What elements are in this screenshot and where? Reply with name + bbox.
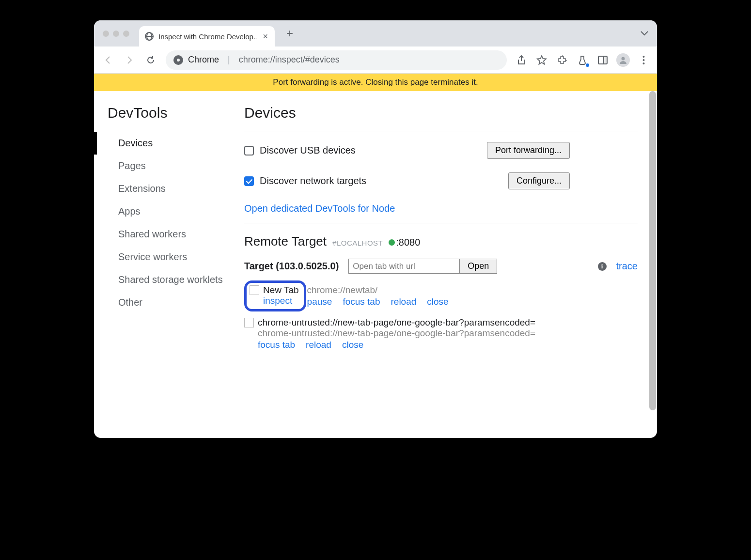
address-bar[interactable]: Chrome | chrome://inspect/#devices xyxy=(166,50,507,70)
sidebar-title: DevTools xyxy=(105,105,244,121)
discover-usb-text: Discover USB devices xyxy=(260,145,356,156)
svg-rect-1 xyxy=(604,56,607,64)
discover-usb-checkbox[interactable] xyxy=(244,146,254,156)
entry-url: chrome-untrusted://new-tab-page/one-goog… xyxy=(258,328,535,339)
remote-port: :8080 xyxy=(389,237,420,248)
chrome-icon xyxy=(173,55,183,65)
content: DevTools Devices Pages Extensions Apps S… xyxy=(94,91,657,438)
sidebar-item-pages[interactable]: Pages xyxy=(105,155,244,177)
target-row: Target (103.0.5025.0) Open i trace xyxy=(244,259,638,274)
tab-bar: Inspect with Chrome Develop… × + xyxy=(94,20,657,47)
close-link[interactable]: close xyxy=(427,296,448,307)
discover-network-label[interactable]: Discover network targets xyxy=(244,175,508,187)
svg-point-4 xyxy=(642,56,644,58)
sidebar: DevTools Devices Pages Extensions Apps S… xyxy=(94,91,244,438)
open-url-input[interactable] xyxy=(348,259,460,274)
sidebar-item-service-workers[interactable]: Service workers xyxy=(105,246,244,268)
divider xyxy=(244,223,638,223)
page-title: Devices xyxy=(244,105,638,121)
sidebar-item-shared-workers[interactable]: Shared workers xyxy=(105,223,244,246)
browser-tab[interactable]: Inspect with Chrome Develop… × xyxy=(139,26,275,47)
open-node-devtools-link[interactable]: Open dedicated DevTools for Node xyxy=(244,203,395,214)
port-forwarding-button[interactable]: Port forwarding... xyxy=(487,142,570,159)
profile-avatar[interactable] xyxy=(614,51,632,69)
entry-title: New Tab xyxy=(263,285,299,296)
target-entry-untrusted: chrome-untrusted://new-tab-page/one-goog… xyxy=(244,317,638,350)
page-icon xyxy=(244,318,254,327)
focus-tab-link[interactable]: focus tab xyxy=(258,340,295,350)
extensions-icon[interactable] xyxy=(553,51,571,69)
forward-button[interactable] xyxy=(120,51,139,69)
traffic-lights[interactable] xyxy=(103,31,129,37)
discover-network-checkbox[interactable] xyxy=(244,176,254,186)
entry-url: chrome://newtab/ xyxy=(307,285,378,295)
open-url-group: Open xyxy=(348,259,497,274)
info-icon[interactable]: i xyxy=(598,262,607,271)
url-path: chrome://inspect/#devices xyxy=(239,55,340,65)
target-entry-newtab: New Tab inspect chrome://newtab/ pause f… xyxy=(244,280,638,311)
url-origin: Chrome xyxy=(188,55,219,65)
remote-target-header: Remote Target #LOCALHOST :8080 xyxy=(244,234,638,249)
toolbar: Chrome | chrome://inspect/#devices xyxy=(94,47,657,74)
pause-link[interactable]: pause xyxy=(307,296,332,307)
discover-network-row: Discover network targets Configure... xyxy=(244,172,638,189)
trace-link[interactable]: trace xyxy=(616,261,638,272)
highlight-box: New Tab inspect xyxy=(244,280,306,311)
discover-usb-label[interactable]: Discover USB devices xyxy=(244,145,487,156)
svg-point-5 xyxy=(642,59,644,61)
port-forwarding-banner: Port forwarding is active. Closing this … xyxy=(94,74,657,91)
sidebar-item-devices[interactable]: Devices xyxy=(105,132,244,155)
focus-tab-link[interactable]: focus tab xyxy=(343,296,380,307)
url-separator: | xyxy=(228,55,230,65)
tab-dropdown-icon[interactable] xyxy=(636,28,653,39)
reload-link[interactable]: reload xyxy=(391,296,416,307)
sidebar-item-extensions[interactable]: Extensions xyxy=(105,177,244,200)
close-tab-icon[interactable]: × xyxy=(262,31,269,42)
bookmark-icon[interactable] xyxy=(533,51,550,69)
main-panel: Devices Discover USB devices Port forwar… xyxy=(244,91,657,438)
sidebar-item-apps[interactable]: Apps xyxy=(105,200,244,223)
reload-link[interactable]: reload xyxy=(306,340,331,350)
sidebar-item-other[interactable]: Other xyxy=(105,291,244,314)
reload-button[interactable] xyxy=(141,51,160,69)
browser-window: Inspect with Chrome Develop… × + Chrome … xyxy=(94,20,657,438)
minimize-window-icon[interactable] xyxy=(113,31,119,37)
scrollbar[interactable] xyxy=(649,91,656,438)
globe-icon xyxy=(145,32,154,41)
side-panel-icon[interactable] xyxy=(594,51,611,69)
inspect-link[interactable]: inspect xyxy=(263,296,292,306)
sidebar-item-shared-storage-worklets[interactable]: Shared storage worklets xyxy=(105,268,244,291)
status-dot-icon xyxy=(389,239,395,246)
remote-target-title: Remote Target xyxy=(244,234,327,249)
divider xyxy=(244,131,638,131)
share-icon[interactable] xyxy=(513,51,530,69)
open-url-button[interactable]: Open xyxy=(460,259,497,274)
svg-point-3 xyxy=(622,57,625,60)
back-button[interactable] xyxy=(99,51,117,69)
close-window-icon[interactable] xyxy=(103,31,109,37)
labs-icon[interactable] xyxy=(574,51,591,69)
page-icon xyxy=(250,285,259,295)
configure-button[interactable]: Configure... xyxy=(508,172,570,189)
svg-point-6 xyxy=(642,62,644,64)
discover-network-text: Discover network targets xyxy=(260,175,366,187)
close-link[interactable]: close xyxy=(342,340,363,350)
target-label: Target (103.0.5025.0) xyxy=(244,261,339,272)
remote-target-tag: #LOCALHOST xyxy=(332,239,383,247)
scroll-thumb[interactable] xyxy=(649,91,656,410)
labs-notification-dot xyxy=(586,63,589,67)
new-tab-button[interactable]: + xyxy=(282,26,297,41)
entry-title: chrome-untrusted://new-tab-page/one-goog… xyxy=(258,317,535,328)
discover-usb-row: Discover USB devices Port forwarding... xyxy=(244,142,638,159)
maximize-window-icon[interactable] xyxy=(123,31,129,37)
tab-title: Inspect with Chrome Develop… xyxy=(158,32,257,41)
menu-icon[interactable] xyxy=(635,51,652,69)
